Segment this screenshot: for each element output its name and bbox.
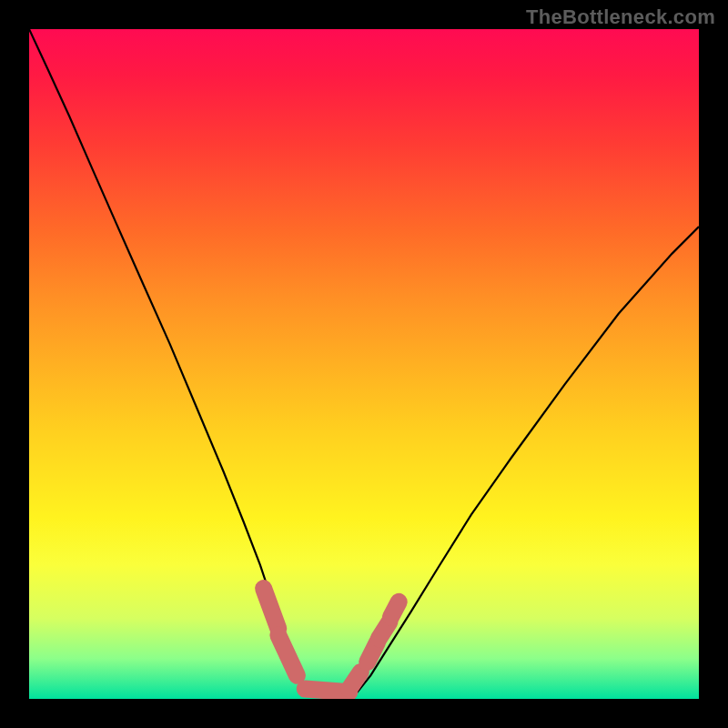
plot-area: [29, 29, 699, 699]
marker-group: [264, 589, 399, 693]
marker-bottom-l: [278, 635, 298, 675]
chart-svg: [29, 29, 699, 699]
curve-path: [29, 29, 699, 699]
marker-right-3: [390, 602, 399, 617]
watermark-text: TheBottleneck.com: [526, 5, 715, 29]
marker-bottom-r: [349, 672, 361, 689]
chart-stage: TheBottleneck.com: [0, 0, 728, 728]
marker-left: [264, 589, 278, 629]
bottleneck-curve: [29, 29, 699, 699]
